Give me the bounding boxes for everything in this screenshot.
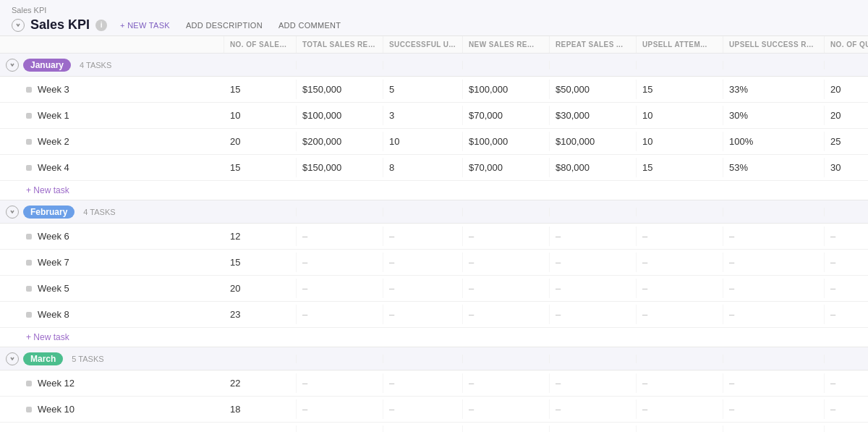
new-task-row-february[interactable]: + New task <box>0 328 868 347</box>
task-color-dot <box>26 87 32 93</box>
task-cell-upsell_attem: 15 <box>637 80 723 99</box>
task-cell-successful_u: – <box>383 399 463 419</box>
task-cell-total_revenue: – <box>297 373 383 393</box>
task-color-dot <box>26 286 32 292</box>
task-cell-new_sales_re: $100,000 <box>463 80 550 99</box>
page-title: Sales KPI <box>30 17 90 33</box>
col-upsell-rate: UPSELL SUCCESS RATE <box>723 36 825 53</box>
task-name-label: Week 6 <box>38 231 69 242</box>
table-row[interactable]: Week 922––––––––– <box>0 423 868 432</box>
task-name-label: Week 4 <box>38 162 69 173</box>
group-header-cell-sales_count <box>224 208 297 216</box>
task-cell-successful_u: – <box>383 373 463 393</box>
group-header-cell-upsell_attem <box>637 61 723 69</box>
group-chevron-february[interactable] <box>6 206 19 219</box>
group-header-cell-total_revenue <box>297 208 383 216</box>
group-chevron-january[interactable] <box>6 59 19 72</box>
group-title-cell-march: March5 TASKS <box>0 348 224 370</box>
task-name-cell: Week 9 <box>0 425 224 432</box>
task-cell-upsell_attem: – <box>637 373 723 393</box>
table-row[interactable]: Week 110$100,0003$70,000$30,0001030%20$2… <box>0 103 868 129</box>
task-cell-successful_u: – <box>383 226 463 246</box>
group-header-cell-total_revenue <box>297 61 383 69</box>
table-row[interactable]: Week 612––––––––– <box>0 224 868 250</box>
task-cell-repeat_sales: – <box>550 425 637 432</box>
task-cell-repeat_sales: $50,000 <box>550 80 637 99</box>
title-chevron-icon[interactable] <box>12 19 25 32</box>
group-header-cell-upsell_rate <box>723 355 825 363</box>
task-name-cell: Week 7 <box>0 253 224 272</box>
group-header-cell-total_revenue <box>297 355 383 363</box>
group-header-cell-quotes_count <box>825 208 868 216</box>
group-task-count-january: 4 TASKS <box>80 61 111 69</box>
group-section-march: March5 TASKSWeek 1222–––––––––Week 1018–… <box>0 347 868 432</box>
task-cell-successful_u: – <box>383 425 463 432</box>
group-header-january: January4 TASKS <box>0 54 868 77</box>
task-cell-new_sales_re: – <box>463 305 550 324</box>
add-description-button[interactable]: ADD DESCRIPTION <box>179 18 270 33</box>
group-header-cell-repeat_sales <box>550 61 637 69</box>
task-name-cell: Week 3 <box>0 80 224 99</box>
group-task-count-march: 5 TASKS <box>72 355 103 363</box>
task-cell-upsell_attem: – <box>637 305 723 324</box>
group-title-cell-january: January4 TASKS <box>0 54 224 76</box>
col-quotes-count: NO. OF QUOTES... <box>825 36 868 53</box>
group-header-cell-new_sales_re <box>463 61 550 69</box>
task-name-label: Week 12 <box>38 378 75 389</box>
task-cell-sales_count: 18 <box>224 399 297 419</box>
task-cell-new_sales_re: $100,000 <box>463 132 550 151</box>
task-cell-quotes_count: – <box>825 399 868 419</box>
task-cell-new_sales_re: – <box>463 373 550 393</box>
task-cell-total_revenue: $150,000 <box>297 158 383 177</box>
group-section-january: January4 TASKSWeek 315$150,0005$100,000$… <box>0 54 868 200</box>
task-cell-upsell_attem: 10 <box>637 106 723 125</box>
group-chevron-march[interactable] <box>6 352 19 365</box>
group-header-cell-new_sales_re <box>463 208 550 216</box>
task-cell-upsell_rate: – <box>723 226 825 246</box>
task-cell-new_sales_re: – <box>463 226 550 246</box>
col-name <box>0 36 224 53</box>
table-row[interactable]: Week 220$200,00010$100,000$100,00010100%… <box>0 129 868 155</box>
task-cell-new_sales_re: $70,000 <box>463 158 550 177</box>
task-cell-upsell_rate: 100% <box>723 132 825 151</box>
group-header-cell-repeat_sales <box>550 208 637 216</box>
group-title-cell-february: February4 TASKS <box>0 201 224 223</box>
task-name-cell: Week 6 <box>0 226 224 246</box>
group-header-cell-upsell_attem <box>637 355 723 363</box>
table-row[interactable]: Week 315$150,0005$100,000$50,0001533%20$… <box>0 77 868 103</box>
task-cell-new_sales_re: – <box>463 399 550 419</box>
table-row[interactable]: Week 823––––––––– <box>0 302 868 328</box>
task-cell-upsell_attem: 10 <box>637 132 723 151</box>
group-task-count-february: 4 TASKS <box>83 208 115 216</box>
task-cell-total_revenue: – <box>297 425 383 432</box>
task-cell-total_revenue: – <box>297 279 383 298</box>
task-cell-sales_count: 22 <box>224 373 297 393</box>
table-row[interactable]: Week 520––––––––– <box>0 276 868 302</box>
col-upsell-attem: UPSELL ATTEM... <box>637 36 723 53</box>
task-color-dot <box>26 407 32 412</box>
table-row[interactable]: Week 1018––––––––– <box>0 397 868 423</box>
task-name-cell: Week 1 <box>0 106 224 125</box>
group-label-march: March <box>23 352 63 365</box>
new-task-button[interactable]: + NEW TASK <box>113 18 177 33</box>
task-name-cell: Week 4 <box>0 158 224 177</box>
task-cell-repeat_sales: $100,000 <box>550 132 637 151</box>
group-label-february: February <box>23 206 75 219</box>
task-cell-repeat_sales: $30,000 <box>550 106 637 125</box>
task-cell-upsell_rate: 30% <box>723 106 825 125</box>
task-cell-upsell_rate: – <box>723 253 825 272</box>
group-header-cell-new_sales_re <box>463 355 550 363</box>
task-cell-total_revenue: – <box>297 399 383 419</box>
task-cell-quotes_count: – <box>825 373 868 393</box>
table-row[interactable]: Week 715––––––––– <box>0 250 868 276</box>
task-name-label: Week 10 <box>38 404 75 415</box>
new-task-row-january[interactable]: + New task <box>0 181 868 200</box>
table-row[interactable]: Week 1222––––––––– <box>0 370 868 397</box>
col-sales-count: NO. OF SALES (... <box>224 36 297 53</box>
table-row[interactable]: Week 415$150,0008$70,000$80,0001553%30$3… <box>0 155 868 181</box>
add-comment-button[interactable]: ADD COMMENT <box>271 18 348 33</box>
task-cell-upsell_attem: – <box>637 226 723 246</box>
task-cell-sales_count: 15 <box>224 253 297 272</box>
info-icon[interactable]: i <box>95 20 107 31</box>
task-name-label: Week 5 <box>38 283 69 294</box>
